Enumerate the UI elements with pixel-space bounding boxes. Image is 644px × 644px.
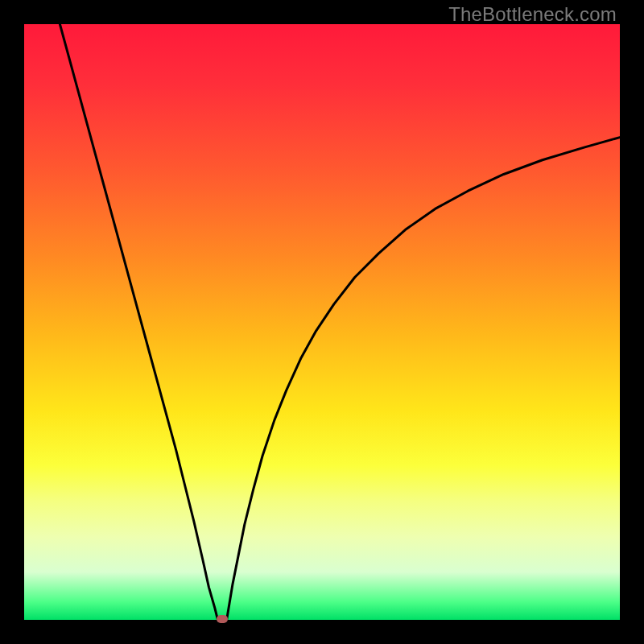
curve-left-branch bbox=[60, 24, 217, 620]
plot-area bbox=[24, 24, 620, 620]
curve-right-branch bbox=[227, 138, 620, 620]
watermark-text: TheBottleneck.com bbox=[448, 3, 617, 26]
minimum-marker bbox=[217, 615, 228, 623]
chart-svg bbox=[24, 24, 620, 620]
